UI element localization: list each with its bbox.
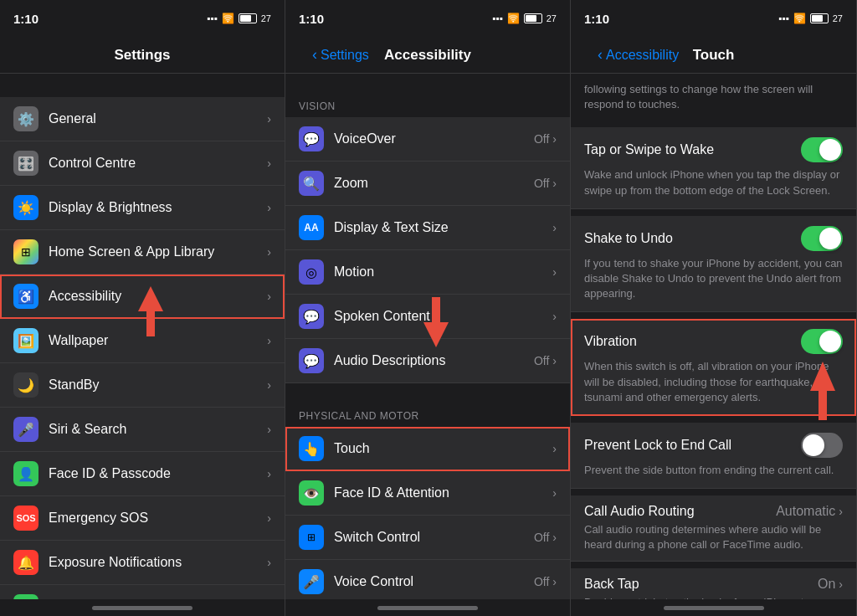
prevent-lock-row: Prevent Lock to End Call Prevent the sid… [571, 423, 856, 489]
vibration-row: Vibration When this switch is off, all v… [571, 319, 856, 416]
settings-item-wallpaper[interactable]: 🖼️ Wallpaper › [0, 319, 285, 363]
accessibility-voice-control[interactable]: 🎤 Voice Control Off › [285, 560, 570, 599]
home-indicator-1 [0, 599, 285, 616]
settings-item-accessibility[interactable]: ♿ Accessibility › [0, 275, 285, 319]
face-id-attention-label: Face ID & Attention [334, 485, 552, 501]
display-brightness-chevron: › [267, 201, 271, 214]
switch-control-label: Switch Control [334, 530, 534, 545]
accessibility-motion[interactable]: ◎ Motion › [285, 250, 570, 295]
accessibility-display-text-size[interactable]: AA Display & Text Size › [285, 206, 570, 250]
settings-item-general[interactable]: ⚙️ General › [0, 97, 285, 141]
face-id-label: Face ID & Passcode [49, 466, 267, 481]
battery-percent-2: 27 [547, 13, 557, 23]
panel3-header: ‹ Accessibility Touch [571, 37, 856, 74]
siri-label: Siri & Search [49, 422, 267, 437]
tap-swipe-wake-toggle[interactable] [801, 137, 843, 162]
status-icons-3: ▪▪▪ 🛜 27 [778, 13, 843, 24]
settings-item-control-centre[interactable]: 🎛️ Control Centre › [0, 141, 285, 186]
motion-icon: ◎ [299, 259, 324, 285]
signal-icon-3: ▪▪▪ [778, 13, 789, 24]
general-label: General [49, 111, 267, 126]
exposure-chevron: › [267, 556, 271, 569]
voiceover-value: Off [534, 132, 549, 146]
accessibility-icon: ♿ [13, 284, 38, 309]
accessibility-switch-control[interactable]: ⊞ Switch Control Off › [285, 516, 570, 560]
settings-item-emergency-sos[interactable]: SOS Emergency SOS › [0, 496, 285, 541]
prevent-lock-toggle[interactable] [801, 433, 843, 458]
shake-undo-title: Shake to Undo [584, 231, 673, 246]
vibration-toggle[interactable] [801, 329, 843, 354]
status-bar-2: 1:10 ▪▪▪ 🛜 27 [285, 0, 570, 37]
tap-swipe-wake-row: Tap or Swipe to Wake Wake and unlock iPh… [571, 127, 856, 208]
display-brightness-icon: ☀️ [13, 195, 38, 220]
accessibility-voiceover[interactable]: 💬 VoiceOver Off › [285, 117, 570, 162]
back-tap-row[interactable]: Back Tap On › Double- or triple-tap the … [571, 568, 856, 599]
back-tap-title: Back Tap [584, 577, 818, 592]
battery-icon-2 [524, 13, 542, 23]
vibration-desc: When this switch is off, all vibration o… [584, 359, 843, 405]
settings-item-display-brightness[interactable]: ☀️ Display & Brightness › [0, 186, 285, 230]
switch-control-value: Off [534, 531, 549, 544]
home-indicator-2 [285, 599, 570, 616]
standby-chevron: › [267, 378, 271, 392]
panel-settings: 1:10 ▪▪▪ 🛜 27 Settings ⚙️ General › 🎛️ C… [0, 0, 285, 616]
back-button-3[interactable]: ‹ Accessibility [598, 46, 679, 64]
display-brightness-label: Display & Brightness [49, 200, 267, 215]
voice-control-value: Off [534, 575, 549, 588]
settings-item-siri[interactable]: 🎤 Siri & Search › [0, 408, 285, 452]
wallpaper-label: Wallpaper [49, 333, 267, 348]
zoom-value: Off [534, 177, 549, 190]
call-audio-row[interactable]: Call Audio Routing Automatic › Call audi… [571, 495, 856, 562]
back-tap-chevron: › [839, 578, 843, 591]
settings-item-standby[interactable]: 🌙 StandBy › [0, 363, 285, 408]
settings-item-exposure[interactable]: 🔔 Exposure Notifications › [0, 541, 285, 585]
accessibility-face-id-attention[interactable]: 👁️ Face ID & Attention › [285, 471, 570, 516]
settings-item-battery[interactable]: 🔋 Battery › [0, 585, 285, 599]
accessibility-scroll[interactable]: VISION 💬 VoiceOver Off › 🔍 Zoom Off › AA… [285, 74, 570, 599]
touch-icon: 👆 [299, 436, 324, 461]
vision-group: 💬 VoiceOver Off › 🔍 Zoom Off › AA Displa… [285, 117, 570, 383]
panel2-header: ‹ Settings Accessibility [285, 37, 570, 74]
siri-chevron: › [267, 423, 271, 436]
prevent-lock-title: Prevent Lock to End Call [584, 438, 731, 453]
back-label-2: Settings [321, 48, 369, 63]
vision-section-label: VISION [285, 87, 570, 117]
physical-section-label: PHYSICAL AND MOTOR [285, 397, 570, 427]
status-icons-1: ▪▪▪ 🛜 27 [207, 13, 271, 24]
touch-scroll[interactable]: following settings to change how the scr… [571, 74, 856, 599]
tap-swipe-wake-desc: Wake and unlock iPhone when you tap the … [584, 167, 843, 198]
home-indicator-3 [571, 599, 856, 616]
settings-item-home-screen[interactable]: ⊞ Home Screen & App Library › [0, 230, 285, 275]
battery-item-icon: 🔋 [13, 594, 38, 599]
spoken-content-icon: 💬 [299, 304, 324, 329]
settings-item-face-id[interactable]: 👤 Face ID & Passcode › [0, 452, 285, 496]
panel-accessibility: 1:10 ▪▪▪ 🛜 27 ‹ Settings Accessibility V… [285, 0, 571, 616]
back-button-2[interactable]: ‹ Settings [312, 46, 369, 64]
status-bar-1: 1:10 ▪▪▪ 🛜 27 [0, 0, 285, 37]
voiceover-icon: 💬 [299, 126, 324, 151]
wallpaper-chevron: › [267, 334, 271, 347]
battery-icon [239, 13, 257, 23]
shake-undo-toggle[interactable] [801, 226, 843, 251]
battery-icon-3 [810, 13, 829, 23]
accessibility-spoken-content[interactable]: 💬 Spoken Content › [285, 295, 570, 339]
display-text-icon: AA [299, 215, 324, 240]
call-audio-chevron: › [839, 505, 843, 518]
accessibility-touch[interactable]: 👆 Touch › [285, 427, 570, 471]
back-label-3: Accessibility [606, 48, 679, 63]
accessibility-zoom[interactable]: 🔍 Zoom Off › [285, 162, 570, 206]
wifi-icon-3: 🛜 [793, 13, 806, 24]
call-audio-title: Call Audio Routing [584, 504, 776, 519]
touch-top-desc: following settings to change how the scr… [571, 74, 856, 121]
status-bar-3: 1:10 ▪▪▪ 🛜 27 [571, 0, 856, 37]
home-screen-icon: ⊞ [13, 239, 38, 264]
panel3-title: Touch [693, 47, 735, 64]
accessibility-audio-descriptions[interactable]: 💬 Audio Descriptions Off › [285, 339, 570, 383]
settings-list[interactable]: ⚙️ General › 🎛️ Control Centre › ☀️ Disp… [0, 74, 285, 599]
standby-label: StandBy [49, 377, 267, 393]
voice-control-icon: 🎤 [299, 569, 324, 594]
control-centre-icon: 🎛️ [13, 151, 38, 176]
back-chevron-2: ‹ [312, 46, 317, 64]
emergency-sos-icon: SOS [13, 506, 38, 531]
status-icons-2: ▪▪▪ 🛜 27 [492, 13, 557, 24]
